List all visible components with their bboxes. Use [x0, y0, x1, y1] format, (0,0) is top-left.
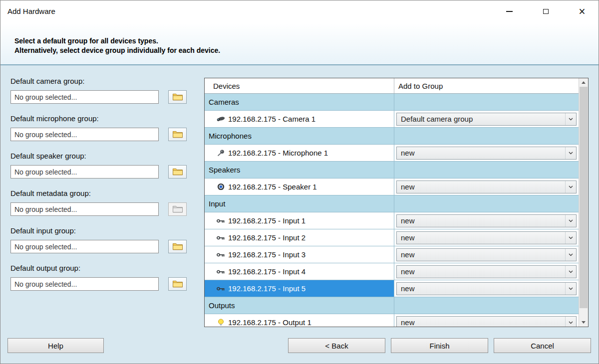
group-selection-field[interactable]: No group selected... [10, 277, 159, 291]
add-to-group-dropdown[interactable]: Default camera group [396, 113, 577, 126]
finish-button[interactable]: Finish [391, 338, 488, 353]
folder-icon [172, 92, 183, 102]
dropdown-value: new [397, 216, 565, 225]
chevron-down-icon[interactable] [565, 317, 576, 327]
group-selection-field[interactable]: No group selected... [10, 128, 159, 141]
browse-group-button[interactable] [168, 277, 187, 291]
device-row[interactable]: 192.168.2.175 - Input 5new [205, 280, 579, 297]
default-group-section: Default output group:No group selected..… [10, 264, 200, 301]
add-hardware-window: Add Hardware × Select a default group fo… [0, 0, 599, 364]
add-to-group-dropdown[interactable]: new [396, 147, 577, 160]
chevron-down-icon[interactable] [565, 215, 576, 227]
device-cell[interactable]: 192.168.2.175 - Input 5 [205, 280, 394, 297]
scrollbar-down-button[interactable] [579, 318, 588, 327]
chevron-down-icon[interactable] [565, 249, 576, 261]
browse-group-button[interactable] [168, 128, 187, 141]
device-cell[interactable]: 192.168.2.175 - Input 4 [205, 263, 394, 280]
default-group-section: Default camera group:No group selected..… [10, 77, 200, 114]
device-cell[interactable]: 192.168.2.175 - Input 2 [205, 229, 394, 246]
group-header-spacer [394, 162, 579, 178]
device-label: 192.168.2.175 - Speaker 1 [228, 182, 317, 191]
default-group-row: No group selected... [10, 240, 200, 253]
add-to-group-dropdown[interactable]: new [396, 181, 577, 193]
add-to-group-dropdown[interactable]: new [396, 231, 577, 244]
default-group-label: Default speaker group: [10, 152, 200, 161]
browse-group-button[interactable] [168, 165, 187, 179]
add-to-group-dropdown[interactable]: new [396, 248, 577, 261]
group-selection-field[interactable]: No group selected... [10, 240, 159, 253]
device-label: 192.168.2.175 - Input 2 [228, 233, 305, 242]
help-button[interactable]: Help [7, 338, 104, 353]
device-cell[interactable]: 192.168.2.175 - Camera 1 [205, 111, 394, 127]
close-button[interactable]: × [578, 6, 587, 16]
maximize-icon [543, 9, 549, 14]
device-row[interactable]: 192.168.2.175 - Camera 1Default camera g… [205, 111, 579, 128]
chevron-down-icon[interactable] [565, 232, 576, 244]
device-row[interactable]: 192.168.2.175 - Input 4new [205, 263, 579, 280]
input-icon [216, 269, 225, 275]
chevron-down-icon[interactable] [565, 181, 576, 193]
add-to-group-dropdown[interactable]: new [396, 316, 577, 327]
group-selection-field[interactable]: No group selected... [10, 202, 159, 216]
add-to-group-dropdown[interactable]: new [396, 214, 577, 227]
group-header-label: Outputs [205, 297, 394, 314]
input-icon [216, 252, 225, 258]
group-header-row[interactable]: Cameras [205, 94, 579, 111]
add-to-group-dropdown[interactable]: new [396, 282, 577, 295]
device-row[interactable]: 192.168.2.175 - Speaker 1new [205, 179, 579, 195]
table-body: Cameras192.168.2.175 - Camera 1Default c… [205, 94, 579, 327]
scrollbar-thumb[interactable] [580, 87, 588, 308]
scrollbar-up-button[interactable] [579, 78, 588, 87]
minimize-icon [506, 11, 513, 12]
window-title: Add Hardware [7, 7, 55, 15]
device-row[interactable]: 192.168.2.175 - Output 1new [205, 314, 579, 327]
browse-group-button [168, 202, 187, 216]
column-header-add-to-group[interactable]: Add to Group [394, 78, 579, 93]
group-header-row[interactable]: Outputs [205, 297, 579, 314]
group-selection-field[interactable]: No group selected... [10, 90, 159, 104]
dropdown-value: new [397, 250, 565, 259]
input-icon [216, 218, 225, 224]
default-group-label: Default output group: [10, 264, 200, 273]
chevron-down-icon[interactable] [565, 266, 576, 278]
group-cell: Default camera group [394, 111, 579, 127]
default-group-label: Default camera group: [10, 77, 200, 86]
default-groups-panel: Default camera group:No group selected..… [10, 77, 200, 301]
default-group-row: No group selected... [10, 277, 200, 291]
device-cell[interactable]: 192.168.2.175 - Microphone 1 [205, 145, 394, 161]
column-header-devices[interactable]: Devices [205, 78, 394, 93]
chevron-down-icon[interactable] [565, 283, 576, 295]
browse-group-button[interactable] [168, 90, 187, 104]
group-header-spacer [394, 94, 579, 110]
device-row[interactable]: 192.168.2.175 - Input 2new [205, 229, 579, 246]
group-header-row[interactable]: Speakers [205, 162, 579, 179]
group-header-label: Input [205, 195, 394, 212]
device-row[interactable]: 192.168.2.175 - Microphone 1new [205, 145, 579, 162]
folder-icon [172, 167, 183, 177]
default-group-row: No group selected... [10, 90, 200, 104]
cancel-button[interactable]: Cancel [494, 338, 591, 353]
device-row[interactable]: 192.168.2.175 - Input 3new [205, 246, 579, 263]
add-to-group-dropdown[interactable]: new [396, 265, 577, 278]
group-cell: new [394, 246, 579, 263]
device-row[interactable]: 192.168.2.175 - Input 1new [205, 212, 579, 229]
group-header-row[interactable]: Input [205, 195, 579, 212]
browse-group-button[interactable] [168, 240, 187, 253]
device-cell[interactable]: 192.168.2.175 - Input 1 [205, 212, 394, 229]
chevron-down-icon[interactable] [565, 147, 576, 159]
group-header-row[interactable]: Microphones [205, 128, 579, 145]
dropdown-value: new [397, 149, 565, 157]
dropdown-value: new [397, 284, 565, 293]
table-scrollbar[interactable] [579, 78, 588, 327]
group-cell: new [394, 179, 579, 195]
device-cell[interactable]: 192.168.2.175 - Speaker 1 [205, 179, 394, 195]
group-selection-field[interactable]: No group selected... [10, 165, 159, 179]
window-controls: × [505, 6, 587, 16]
chevron-down-icon[interactable] [565, 113, 576, 125]
minimize-button[interactable] [505, 6, 514, 16]
device-cell[interactable]: 192.168.2.175 - Input 3 [205, 246, 394, 263]
back-button[interactable]: < Back [288, 338, 385, 353]
arrow-up-icon [582, 81, 586, 84]
maximize-button[interactable] [541, 6, 550, 16]
device-cell[interactable]: 192.168.2.175 - Output 1 [205, 314, 394, 327]
